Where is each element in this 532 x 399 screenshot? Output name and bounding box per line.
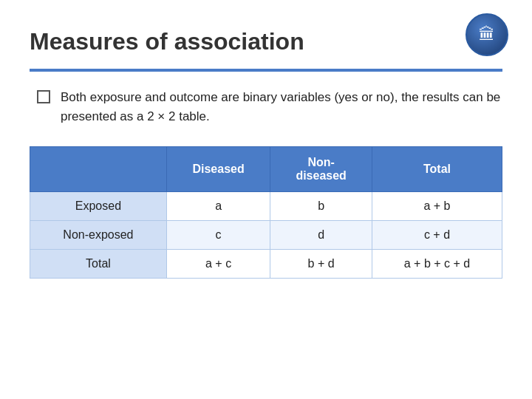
- header-empty: [30, 147, 167, 192]
- table-row: Total a + c b + d a + b + c + d: [30, 250, 502, 279]
- table-header-row: Diseased Non-diseased Total: [30, 147, 502, 192]
- cell-exposed-nondiseased: b: [270, 192, 372, 221]
- table-wrapper: Diseased Non-diseased Total Exposed a b …: [30, 146, 502, 279]
- row-label-nonexposed: Non-exposed: [30, 221, 167, 250]
- page-title: Measures of association: [30, 28, 502, 55]
- cell-total-nondiseased: b + d: [270, 250, 372, 279]
- cell-nonexposed-nondiseased: d: [270, 221, 372, 250]
- cell-total-diseased: a + c: [166, 250, 270, 279]
- cell-exposed-diseased: a: [166, 192, 270, 221]
- row-label-exposed: Exposed: [30, 192, 167, 221]
- bullet-section: Both exposure and outcome are binary var…: [30, 88, 502, 126]
- table-row: Exposed a b a + b: [30, 192, 502, 221]
- divider-bar: [30, 69, 502, 72]
- logo-icon: 🏛: [479, 25, 495, 44]
- bullet-checkbox: [37, 90, 50, 103]
- association-table: Diseased Non-diseased Total Exposed a b …: [30, 146, 502, 279]
- page: 🏛 Measures of association Both exposure …: [0, 0, 532, 399]
- cell-nonexposed-diseased: c: [166, 221, 270, 250]
- table-row: Non-exposed c d c + d: [30, 221, 502, 250]
- cell-total-total: a + b + c + d: [372, 250, 502, 279]
- logo-circle: 🏛: [466, 13, 508, 56]
- header-nondiseased: Non-diseased: [270, 147, 372, 192]
- header-diseased: Diseased: [166, 147, 270, 192]
- row-label-total: Total: [30, 250, 167, 279]
- cell-exposed-total: a + b: [372, 192, 502, 221]
- logo: 🏛: [466, 13, 510, 58]
- bullet-text: Both exposure and outcome are binary var…: [61, 88, 502, 126]
- cell-nonexposed-total: c + d: [372, 221, 502, 250]
- header-total: Total: [372, 147, 502, 192]
